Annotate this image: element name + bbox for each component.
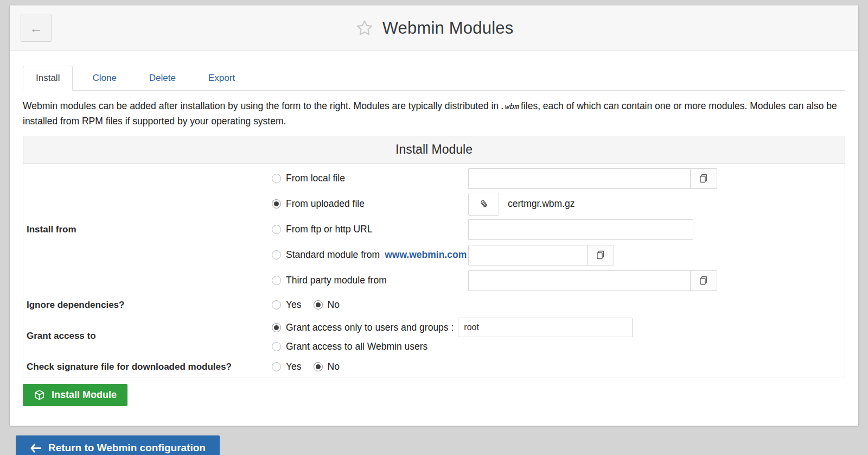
radio-ignore-deps-no[interactable] bbox=[314, 300, 323, 309]
radio-ignore-deps-yes[interactable] bbox=[272, 300, 281, 309]
radio-local-file-label: From local file bbox=[286, 173, 345, 184]
radio-standard-module-label: Standard module from bbox=[286, 249, 380, 261]
webmin-modules-card: ← Webmin Modules Install Clone Delete Ex… bbox=[10, 5, 858, 426]
star-icon[interactable] bbox=[355, 18, 374, 38]
check-signature-label: Check signature file for downloaded modu… bbox=[23, 357, 272, 377]
radio-local-file[interactable] bbox=[272, 174, 281, 183]
ignore-dependencies-row: Ignore dependencies? Yes No bbox=[23, 295, 845, 315]
uploaded-file-name: certmgr.wbm.gz bbox=[508, 198, 575, 210]
panel-title: Install Module bbox=[23, 136, 845, 164]
tab-bar: Install Clone Delete Export bbox=[23, 65, 845, 91]
radio-check-sig-yes[interactable] bbox=[272, 362, 281, 371]
radio-check-sig-no-label: No bbox=[328, 361, 340, 372]
radio-third-party-module-label: Third party module from bbox=[286, 275, 387, 286]
option-third-party-module: Third party module from bbox=[272, 268, 845, 293]
install-from-row: Install from From local file bbox=[23, 164, 845, 295]
file-chooser-icon bbox=[596, 250, 605, 260]
left-arrow-icon bbox=[30, 444, 41, 453]
tab-export[interactable]: Export bbox=[195, 66, 248, 91]
wbm-extension: .wbm bbox=[500, 102, 519, 111]
webmin-com-link[interactable]: www.webmin.com bbox=[385, 249, 467, 261]
upload-file-button[interactable] bbox=[468, 193, 499, 216]
return-to-webmin-config-button[interactable]: Return to Webmin configuration bbox=[16, 435, 220, 455]
radio-grant-users-groups[interactable] bbox=[272, 323, 281, 332]
users-groups-input[interactable] bbox=[458, 318, 633, 337]
tab-install[interactable]: Install bbox=[23, 66, 73, 91]
third-party-module-input[interactable] bbox=[468, 270, 691, 291]
install-from-label: Install from bbox=[23, 164, 272, 295]
file-chooser-icon bbox=[699, 174, 709, 184]
radio-uploaded-file[interactable] bbox=[272, 199, 281, 208]
ignore-dependencies-label: Ignore dependencies? bbox=[23, 295, 272, 315]
standard-module-input[interactable] bbox=[468, 245, 588, 266]
option-local-file: From local file bbox=[272, 166, 845, 191]
option-standard-module: Standard module from www.webmin.com bbox=[272, 242, 845, 268]
back-button[interactable]: ← bbox=[21, 15, 52, 42]
ftp-http-url-input[interactable] bbox=[468, 219, 693, 240]
install-module-button[interactable]: Install Module bbox=[23, 384, 127, 406]
radio-grant-users-groups-label: Grant access only to users and groups : bbox=[286, 322, 454, 333]
radio-ftp-http-url-label: From ftp or http URL bbox=[286, 224, 373, 235]
tab-clone[interactable]: Clone bbox=[79, 66, 129, 91]
grant-access-label: Grant access to bbox=[23, 315, 272, 357]
option-uploaded-file: From uploaded file certmgr.wbm.gz bbox=[272, 191, 845, 217]
third-party-chooser-button[interactable] bbox=[690, 270, 717, 291]
tab-delete[interactable]: Delete bbox=[136, 66, 189, 91]
radio-check-sig-yes-label: Yes bbox=[286, 361, 302, 372]
radio-grant-all-users-label: Grant access to all Webmin users bbox=[286, 341, 427, 352]
radio-third-party-module[interactable] bbox=[272, 276, 281, 285]
radio-ignore-deps-yes-label: Yes bbox=[286, 299, 302, 311]
option-ftp-http-url: From ftp or http URL bbox=[272, 217, 845, 242]
paperclip-icon bbox=[478, 198, 489, 210]
option-grant-users-groups: Grant access only to users and groups : bbox=[272, 317, 845, 338]
grant-access-row: Grant access to Grant access only to use… bbox=[23, 315, 845, 357]
local-file-input[interactable] bbox=[468, 168, 691, 189]
radio-standard-module[interactable] bbox=[272, 250, 281, 260]
radio-grant-all-users[interactable] bbox=[272, 342, 281, 351]
page-header: ← Webmin Modules bbox=[10, 5, 858, 51]
radio-check-sig-no[interactable] bbox=[314, 362, 323, 371]
package-cube-icon bbox=[34, 389, 45, 401]
file-chooser-icon bbox=[699, 276, 709, 286]
radio-ftp-http-url[interactable] bbox=[272, 225, 281, 234]
standard-module-chooser-button[interactable] bbox=[587, 245, 614, 266]
check-signature-row: Check signature file for downloaded modu… bbox=[23, 357, 845, 377]
radio-uploaded-file-label: From uploaded file bbox=[286, 198, 365, 210]
option-grant-all-users: Grant access to all Webmin users bbox=[272, 338, 845, 355]
back-arrow-icon: ← bbox=[30, 22, 43, 35]
page-title: Webmin Modules bbox=[382, 18, 514, 38]
install-module-button-label: Install Module bbox=[52, 389, 117, 401]
return-button-label: Return to Webmin configuration bbox=[48, 442, 206, 454]
install-module-panel: Install Module Install from From local f… bbox=[23, 136, 845, 377]
intro-text: Webmin modules can be added after instal… bbox=[23, 99, 845, 129]
local-file-chooser-button[interactable] bbox=[690, 168, 717, 189]
radio-ignore-deps-no-label: No bbox=[328, 299, 340, 311]
intro-before: Webmin modules can be added after instal… bbox=[23, 100, 499, 111]
